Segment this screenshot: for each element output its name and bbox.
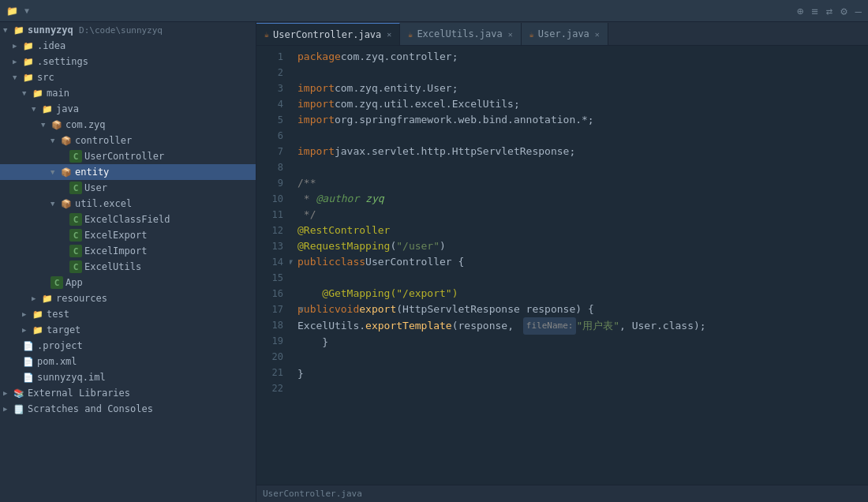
class-icon: C	[69, 150, 82, 163]
project-folder-icon: 📁	[6, 6, 18, 17]
tree-item-label: com.zyq	[65, 119, 106, 130]
expand-icon: ▼	[51, 168, 60, 176]
settings-icon[interactable]: ⚙	[840, 5, 847, 17]
tree-item-iml[interactable]: 📄sunnyzyq.iml	[0, 369, 256, 385]
line-number: 19	[256, 333, 283, 349]
folder-icon: 📁	[32, 87, 44, 99]
code-line: */	[297, 207, 868, 223]
title-bar: 📁 ▼ ⊕ ≡ ⇄ ⚙ —	[0, 0, 868, 22]
line-number: 2	[256, 65, 283, 81]
iml-icon: 📄	[22, 371, 35, 384]
line-number: 15	[256, 270, 283, 286]
status-bar: UserController.java	[256, 485, 868, 502]
expand-icon: ▶	[32, 294, 41, 302]
tree-item-label: .idea	[37, 40, 65, 51]
class-icon: C	[51, 276, 63, 289]
tree-item-ExcelExport[interactable]: CExcelExport	[0, 227, 256, 243]
tree-item-App[interactable]: CApp	[0, 275, 256, 290]
tree-item-label: java	[56, 103, 79, 114]
tree-item-resources[interactable]: ▶📁resources	[0, 290, 256, 306]
tree-item-label: resources	[56, 293, 107, 304]
tree-item-ExcelClassField[interactable]: CExcelClassField	[0, 212, 256, 227]
tree-item-scratches[interactable]: ▶🗒️Scratches and Consoles	[0, 401, 256, 417]
line-number: 4	[256, 96, 283, 112]
expand-icon: ▼	[3, 26, 13, 34]
project-sidebar[interactable]: ▼📁sunnyzyq D:\code\sunnyzyq▶📁.idea▶📁.set…	[0, 22, 256, 502]
tab-close-icon[interactable]: ✕	[387, 30, 391, 39]
extlib-icon: 📚	[13, 387, 25, 399]
minimize-icon[interactable]: —	[855, 5, 862, 17]
line-number: 18	[256, 317, 283, 333]
tree-item-java[interactable]: ▼📁java	[0, 101, 256, 117]
folder-icon: 📁	[22, 39, 35, 52]
tab-UserController[interactable]: ☕ UserController.java ✕	[256, 23, 400, 45]
tree-item-label: test	[47, 309, 69, 320]
expand-icon: ▼	[22, 89, 32, 97]
line-number: 21	[256, 365, 283, 380]
tree-item-label: External Libraries	[28, 388, 130, 399]
line-number: 9	[256, 175, 283, 191]
project-title[interactable]: 📁 ▼	[6, 6, 29, 17]
package-icon: 📦	[60, 197, 73, 210]
tree-item-settings[interactable]: ▶📁.settings	[0, 54, 256, 69]
code-line: @GetMapping("/export")	[297, 286, 868, 302]
code-line: /**	[297, 175, 868, 191]
code-line: @RestController	[297, 223, 868, 238]
tab-ExcelUtils[interactable]: ☕ ExcelUtils.java ✕	[400, 23, 521, 45]
code-line: import javax.servlet.http.HttpServletRes…	[297, 144, 868, 159]
tab-label: UserController.java	[273, 29, 381, 40]
line-number: 8	[256, 159, 283, 175]
tree-item-target[interactable]: ▶📁target	[0, 322, 256, 338]
tree-item-sunnyzyq[interactable]: ▼📁sunnyzyq D:\code\sunnyzyq	[0, 22, 256, 38]
class-icon: C	[69, 260, 82, 273]
tab-close-icon[interactable]: ✕	[508, 30, 513, 39]
tree-item-project[interactable]: 📄.project	[0, 338, 256, 354]
code-line	[297, 382, 868, 398]
tree-item-test[interactable]: ▶📁test	[0, 306, 256, 322]
code-line: package com.zyq.controller;	[297, 49, 868, 65]
tree-item-label: controller	[75, 135, 132, 146]
tree-item-comzyq[interactable]: ▼📦com.zyq	[0, 117, 256, 133]
tree-item-idea[interactable]: ▶📁.idea	[0, 38, 256, 54]
package-icon: 📦	[51, 118, 63, 131]
expand-icon: ▼	[13, 73, 22, 81]
add-files-icon[interactable]: ⊕	[797, 5, 803, 17]
tab-User[interactable]: ☕ User.java ✕	[522, 23, 608, 45]
code-line: import com.zyq.util.excel.ExcelUtils;	[297, 96, 868, 112]
code-line	[297, 128, 868, 144]
code-editor[interactable]: package com.zyq.controller; import com.z…	[290, 46, 868, 485]
line-number: 6	[256, 128, 283, 144]
tab-bar: ☕ UserController.java ✕☕ ExcelUtils.java…	[256, 22, 868, 46]
swap-icon[interactable]: ⇄	[826, 5, 832, 17]
tree-item-main[interactable]: ▼📁main	[0, 85, 256, 101]
tree-item-ExcelImport[interactable]: CExcelImport	[0, 243, 256, 259]
tree-item-User[interactable]: CUser	[0, 180, 256, 196]
tab-java-icon: ☕	[408, 30, 413, 39]
line-number: 12	[256, 223, 283, 238]
editor-tabs: ☕ UserController.java ✕☕ ExcelUtils.java…	[256, 23, 608, 45]
tree-item-entity[interactable]: ▼📦entity	[0, 164, 256, 180]
tree-item-src[interactable]: ▼📁src	[0, 69, 256, 85]
expand-icon: ▶	[13, 42, 22, 50]
tree-item-UserController[interactable]: CUserController	[0, 148, 256, 164]
tree-item-ExcelUtils[interactable]: CExcelUtils	[0, 259, 256, 275]
code-line	[297, 159, 868, 175]
tree-item-utilexcel[interactable]: ▼📦util.excel	[0, 196, 256, 212]
folder-icon: 📁	[32, 308, 44, 320]
tree-item-pom[interactable]: 📄pom.xml	[0, 354, 256, 369]
folder-icon: 📁	[13, 24, 25, 36]
tab-label: ExcelUtils.java	[417, 28, 502, 39]
line-number: 22	[256, 380, 283, 396]
tree-item-label: User	[84, 182, 107, 193]
editor-area: ☕ UserController.java ✕☕ ExcelUtils.java…	[256, 22, 868, 502]
tree-item-extlibs[interactable]: ▶📚External Libraries	[0, 385, 256, 401]
project-dropdown-icon[interactable]: ▼	[24, 6, 29, 15]
folder-icon: 📁	[22, 71, 35, 84]
code-line: @RequestMapping("/user")	[297, 238, 868, 254]
tab-close-icon[interactable]: ✕	[595, 30, 600, 39]
tree-item-controller[interactable]: ▼📦controller	[0, 133, 256, 148]
line-number: 3	[256, 81, 283, 96]
expand-icon: ▶	[22, 310, 32, 318]
list-icon[interactable]: ≡	[811, 5, 817, 17]
tree-item-label: App	[65, 277, 83, 288]
